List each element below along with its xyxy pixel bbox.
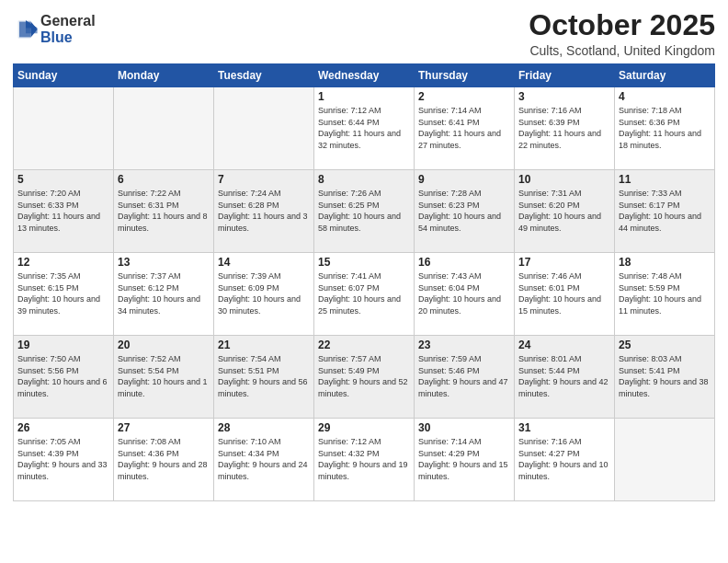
day-info: Sunrise: 7:43 AMSunset: 6:04 PMDaylight:… — [418, 270, 510, 316]
sunset-label: Sunset: 4:27 PM — [518, 449, 580, 458]
sunset-label: Sunset: 6:12 PM — [118, 283, 179, 293]
day-number: 13 — [118, 256, 210, 269]
day-info: Sunrise: 7:14 AMSunset: 6:41 PMDaylight:… — [418, 105, 510, 151]
day-number: 3 — [518, 90, 610, 103]
calendar-cell — [114, 87, 214, 170]
sunset-label: Sunset: 6:33 PM — [17, 201, 79, 210]
sunset-label: Sunset: 6:09 PM — [218, 283, 279, 293]
day-info: Sunrise: 7:26 AMSunset: 6:25 PMDaylight:… — [318, 188, 410, 234]
calendar-cell: 9Sunrise: 7:28 AMSunset: 6:23 PMDaylight… — [415, 170, 515, 253]
svg-marker-4 — [26, 20, 38, 33]
day-info: Sunrise: 7:46 AMSunset: 6:01 PMDaylight:… — [518, 270, 610, 316]
sunrise-label: Sunrise: 7:12 AM — [318, 437, 381, 446]
daylight-label: Daylight: 9 hours and 33 minutes. — [17, 460, 108, 481]
logo-general-text: General — [40, 13, 96, 29]
sunset-label: Sunset: 6:36 PM — [619, 118, 680, 127]
sunset-label: Sunset: 5:54 PM — [118, 366, 179, 375]
calendar-cell: 1Sunrise: 7:12 AMSunset: 6:44 PMDaylight… — [314, 87, 415, 170]
day-number: 18 — [619, 256, 711, 269]
weekday-header-monday: Monday — [114, 64, 214, 87]
sunrise-label: Sunrise: 7:31 AM — [518, 189, 582, 198]
daylight-label: Daylight: 9 hours and 42 minutes. — [518, 377, 609, 398]
day-info: Sunrise: 7:20 AMSunset: 6:33 PMDaylight:… — [17, 188, 109, 234]
day-number: 27 — [118, 421, 210, 434]
daylight-label: Daylight: 9 hours and 15 minutes. — [418, 460, 508, 481]
sunset-label: Sunset: 4:36 PM — [118, 449, 179, 458]
calendar-cell: 11Sunrise: 7:33 AMSunset: 6:17 PMDayligh… — [615, 170, 715, 253]
sunset-label: Sunset: 4:34 PM — [218, 449, 279, 458]
day-number: 9 — [418, 173, 510, 186]
calendar-week-row: 12Sunrise: 7:35 AMSunset: 6:15 PMDayligh… — [14, 253, 715, 336]
day-info: Sunrise: 7:35 AMSunset: 6:15 PMDaylight:… — [17, 270, 109, 316]
calendar-cell — [615, 419, 715, 501]
day-number: 5 — [17, 173, 109, 186]
day-number: 29 — [318, 421, 410, 434]
sunset-label: Sunset: 5:46 PM — [418, 366, 480, 375]
daylight-label: Daylight: 10 hours and 30 minutes. — [218, 294, 301, 316]
calendar-cell: 27Sunrise: 7:08 AMSunset: 4:36 PMDayligh… — [114, 419, 214, 501]
day-info: Sunrise: 7:33 AMSunset: 6:17 PMDaylight:… — [619, 188, 711, 234]
daylight-label: Daylight: 10 hours and 54 minutes. — [418, 212, 501, 233]
sunrise-label: Sunrise: 7:16 AM — [518, 437, 582, 446]
day-number: 16 — [418, 256, 510, 269]
title-area: October 2025 Cults, Scotland, United Kin… — [529, 9, 715, 58]
location-title: Cults, Scotland, United Kingdom — [529, 43, 715, 58]
daylight-label: Daylight: 11 hours and 3 minutes. — [218, 212, 308, 233]
logo-text: General Blue — [40, 13, 96, 45]
sunset-label: Sunset: 6:23 PM — [418, 201, 480, 210]
day-info: Sunrise: 7:31 AMSunset: 6:20 PMDaylight:… — [518, 188, 610, 234]
sunrise-label: Sunrise: 7:14 AM — [418, 437, 482, 446]
sunset-label: Sunset: 5:41 PM — [619, 366, 680, 375]
weekday-header-row: SundayMondayTuesdayWednesdayThursdayFrid… — [14, 64, 715, 87]
calendar-table: SundayMondayTuesdayWednesdayThursdayFrid… — [13, 63, 715, 501]
calendar-cell: 28Sunrise: 7:10 AMSunset: 4:34 PMDayligh… — [214, 419, 314, 501]
sunset-label: Sunset: 6:25 PM — [318, 201, 380, 210]
daylight-label: Daylight: 10 hours and 1 minute. — [118, 377, 208, 398]
calendar-page: General Blue October 2025 Cults, Scotlan… — [0, 0, 728, 563]
sunset-label: Sunset: 5:59 PM — [619, 283, 680, 293]
sunrise-label: Sunrise: 7:54 AM — [218, 354, 281, 363]
sunrise-label: Sunrise: 8:01 AM — [518, 354, 582, 363]
day-info: Sunrise: 7:22 AMSunset: 6:31 PMDaylight:… — [118, 188, 210, 234]
sunrise-label: Sunrise: 7:35 AM — [17, 271, 81, 281]
calendar-cell: 5Sunrise: 7:20 AMSunset: 6:33 PMDaylight… — [14, 170, 114, 253]
daylight-label: Daylight: 10 hours and 58 minutes. — [318, 212, 401, 233]
daylight-label: Daylight: 9 hours and 19 minutes. — [318, 460, 408, 481]
sunrise-label: Sunrise: 7:10 AM — [218, 437, 281, 446]
day-number: 21 — [218, 339, 310, 351]
day-number: 1 — [318, 90, 410, 103]
calendar-cell: 12Sunrise: 7:35 AMSunset: 6:15 PMDayligh… — [14, 253, 114, 336]
calendar-cell: 23Sunrise: 7:59 AMSunset: 5:46 PMDayligh… — [415, 336, 515, 419]
day-info: Sunrise: 7:48 AMSunset: 5:59 PMDaylight:… — [619, 270, 711, 316]
sunrise-label: Sunrise: 7:18 AM — [619, 106, 682, 115]
daylight-label: Daylight: 11 hours and 32 minutes. — [318, 129, 401, 150]
sunrise-label: Sunrise: 7:37 AM — [118, 271, 181, 281]
daylight-label: Daylight: 11 hours and 8 minutes. — [118, 212, 208, 233]
calendar-header: SundayMondayTuesdayWednesdayThursdayFrid… — [14, 64, 715, 87]
day-number: 19 — [17, 339, 109, 351]
weekday-header-tuesday: Tuesday — [214, 64, 314, 87]
sunrise-label: Sunrise: 7:28 AM — [418, 189, 482, 198]
sunset-label: Sunset: 6:04 PM — [418, 283, 480, 293]
day-number: 28 — [218, 421, 310, 434]
sunset-label: Sunset: 4:29 PM — [418, 449, 480, 458]
calendar-cell: 15Sunrise: 7:41 AMSunset: 6:07 PMDayligh… — [314, 253, 415, 336]
logo: General Blue — [13, 13, 96, 45]
day-number: 17 — [518, 256, 610, 269]
day-info: Sunrise: 8:03 AMSunset: 5:41 PMDaylight:… — [619, 353, 711, 399]
sunrise-label: Sunrise: 7:24 AM — [218, 189, 281, 198]
sunrise-label: Sunrise: 7:14 AM — [418, 106, 482, 115]
calendar-cell: 24Sunrise: 8:01 AMSunset: 5:44 PMDayligh… — [515, 336, 615, 419]
calendar-week-row: 5Sunrise: 7:20 AMSunset: 6:33 PMDaylight… — [14, 170, 715, 253]
sunrise-label: Sunrise: 7:46 AM — [518, 271, 582, 281]
day-info: Sunrise: 7:57 AMSunset: 5:49 PMDaylight:… — [318, 353, 410, 399]
day-info: Sunrise: 7:50 AMSunset: 5:56 PMDaylight:… — [17, 353, 109, 399]
sunset-label: Sunset: 5:44 PM — [518, 366, 580, 375]
calendar-cell: 25Sunrise: 8:03 AMSunset: 5:41 PMDayligh… — [615, 336, 715, 419]
daylight-label: Daylight: 9 hours and 24 minutes. — [218, 460, 308, 481]
daylight-label: Daylight: 11 hours and 18 minutes. — [619, 129, 701, 150]
day-info: Sunrise: 7:14 AMSunset: 4:29 PMDaylight:… — [418, 436, 510, 482]
weekday-header-thursday: Thursday — [415, 64, 515, 87]
sunset-label: Sunset: 6:07 PM — [318, 283, 380, 293]
sunset-label: Sunset: 5:51 PM — [218, 366, 279, 375]
